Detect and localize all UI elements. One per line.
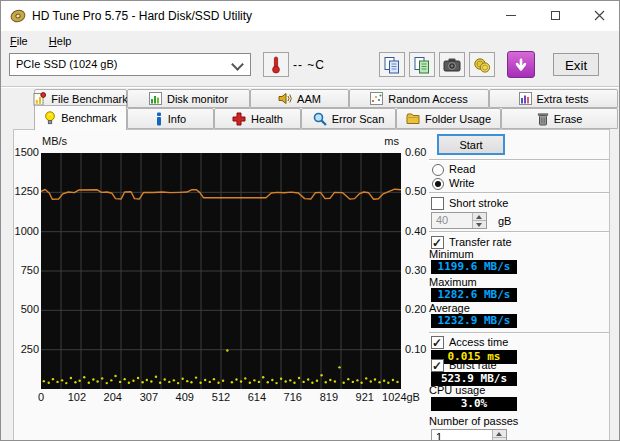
x-axis-tick: 102 xyxy=(68,391,86,403)
download-button[interactable] xyxy=(507,51,535,78)
read-radio[interactable] xyxy=(432,164,444,176)
benchmark-chart xyxy=(41,153,401,389)
separator xyxy=(429,332,609,334)
x-axis-tick: 307 xyxy=(140,391,158,403)
tab-benchmark[interactable]: Benchmark xyxy=(34,105,127,130)
tab-erase[interactable]: Erase xyxy=(501,108,618,129)
x-axis-tick: 512 xyxy=(212,391,230,403)
left-axis-tick: 1000 xyxy=(5,225,39,238)
x-axis-tick: 819 xyxy=(320,391,338,403)
tab-error-scan[interactable]: Error Scan xyxy=(301,108,396,129)
trash-icon xyxy=(537,112,549,126)
spinner-down-icon[interactable] xyxy=(472,220,486,228)
random-access-icon xyxy=(370,92,383,105)
right-axis-tick: 0.30 xyxy=(405,264,441,277)
tab-label: Health xyxy=(251,113,283,125)
tab-label: AAM xyxy=(297,93,321,105)
left-axis-tick: 1250 xyxy=(5,185,39,198)
spinner-up-icon[interactable] xyxy=(492,430,506,437)
tab-random-access[interactable]: Random Access xyxy=(349,89,489,108)
copy-button[interactable] xyxy=(379,52,405,77)
tab-label: Random Access xyxy=(388,93,467,105)
download-arrow-icon xyxy=(514,57,528,73)
right-axis-tick: 0.40 xyxy=(405,225,441,238)
chevron-down-icon xyxy=(231,58,244,71)
maximize-icon xyxy=(551,11,560,20)
lightbulb-icon xyxy=(44,111,56,126)
passes-label: Number of passes xyxy=(429,415,518,427)
right-axis-tick: 0.10 xyxy=(405,343,441,356)
left-axis-unit: MB/s xyxy=(42,135,67,147)
close-button[interactable] xyxy=(577,1,620,30)
separator xyxy=(429,159,609,161)
copy-results-button[interactable] xyxy=(409,52,435,77)
info-icon xyxy=(155,112,163,126)
left-axis-tick: 500 xyxy=(5,303,39,316)
right-axis-tick: 0.60 xyxy=(405,146,441,159)
temperature-unit: ~C xyxy=(307,58,325,72)
coins-icon xyxy=(472,55,492,75)
exit-button[interactable]: Exit xyxy=(553,53,599,76)
tab-folder-usage[interactable]: Folder Usage xyxy=(396,108,501,129)
tab-extra-tests[interactable]: Extra tests xyxy=(489,89,618,108)
left-axis-tick: 750 xyxy=(5,264,39,277)
copy-colored-icon xyxy=(412,55,432,75)
start-button[interactable]: Start xyxy=(437,134,505,155)
close-icon xyxy=(594,10,605,21)
spinner-up-icon[interactable] xyxy=(472,213,486,220)
tab-label: Info xyxy=(168,113,186,125)
tab-label: Disk monitor xyxy=(167,93,228,105)
read-label: Read xyxy=(449,163,475,175)
x-axis-tick: 716 xyxy=(284,391,302,403)
short-stroke-unit: gB xyxy=(498,215,511,227)
health-cross-icon xyxy=(232,112,246,126)
drive-selector-value: PCIe SSD (1024 gB) xyxy=(16,58,118,70)
menu-file[interactable]: File xyxy=(1,31,37,50)
x-axis-tick: 614 xyxy=(248,391,266,403)
tab-label: Extra tests xyxy=(537,93,589,105)
tab-label: Erase xyxy=(554,113,583,125)
spinner-down-icon[interactable] xyxy=(492,437,506,441)
burst-rate-label: Burst rate xyxy=(449,359,497,371)
maximize-button[interactable] xyxy=(533,1,577,30)
thermometer-icon xyxy=(267,55,285,74)
x-axis-tick: 1024gB xyxy=(382,391,420,403)
temperature-button[interactable] xyxy=(263,52,289,77)
transfer-rate-label: Transfer rate xyxy=(449,236,512,248)
title-bar[interactable]: HD Tune Pro 5.75 - Hard Disk/SSD Utility xyxy=(1,1,619,31)
tab-info[interactable]: Info xyxy=(127,108,214,129)
write-label: Write xyxy=(449,177,474,189)
menu-bar: File Help xyxy=(1,31,619,52)
minimize-button[interactable] xyxy=(489,1,533,30)
camera-icon xyxy=(442,55,462,75)
average-value: 1232.9 MB/s xyxy=(431,314,517,328)
cpu-usage-value: 3.0% xyxy=(431,397,517,411)
x-axis-tick: 409 xyxy=(176,391,194,403)
short-stroke-label: Short stroke xyxy=(449,197,508,209)
minimum-label: Minimum xyxy=(429,248,474,260)
menu-help[interactable]: Help xyxy=(40,31,81,50)
commands-button[interactable] xyxy=(469,52,495,77)
tab-disk-monitor[interactable]: Disk monitor xyxy=(127,89,250,108)
tab-aam[interactable]: AAM xyxy=(250,89,349,108)
separator xyxy=(429,192,609,194)
separator xyxy=(429,231,609,233)
copy-icon xyxy=(382,55,402,75)
short-stroke-checkbox[interactable] xyxy=(431,197,444,210)
cpu-usage-label: CPU usage xyxy=(429,384,485,396)
minimum-value: 1199.6 MB/s xyxy=(431,260,517,274)
drive-selector[interactable]: PCIe SSD (1024 gB) xyxy=(9,53,251,76)
maximum-value: 1282.6 MB/s xyxy=(431,288,517,302)
right-axis-tick: 0.20 xyxy=(405,303,441,316)
tab-label: File Benchmark xyxy=(51,93,127,105)
x-axis-tick: 921 xyxy=(356,391,374,403)
screenshot-button[interactable] xyxy=(439,52,465,77)
tab-label: Benchmark xyxy=(61,112,117,124)
toolbar-separator xyxy=(1,86,619,88)
file-benchmark-icon xyxy=(33,92,46,106)
passes-value: 1 xyxy=(436,431,442,441)
passes-spinner[interactable]: 1 xyxy=(431,429,507,441)
left-axis-tick: 250 xyxy=(5,343,39,356)
tab-health[interactable]: Health xyxy=(214,108,301,129)
burst-rate-checkbox[interactable] xyxy=(431,359,444,372)
